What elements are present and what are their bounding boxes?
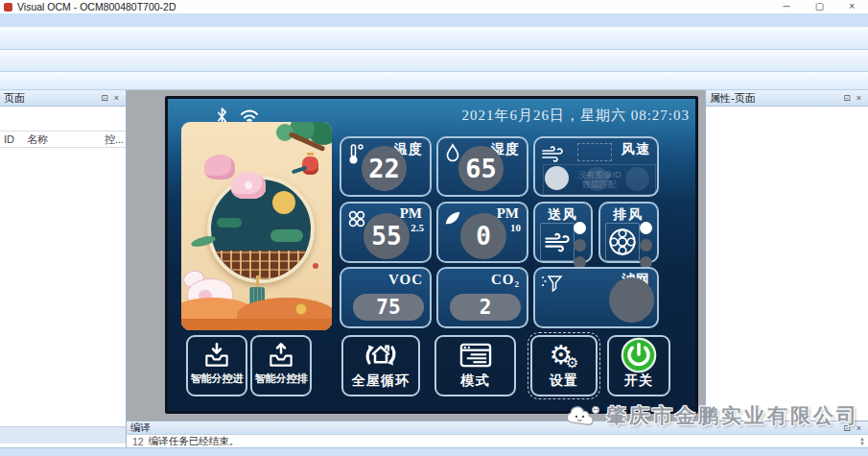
clover-icon xyxy=(346,208,367,229)
pm25-value: 55 xyxy=(371,222,401,251)
filter-icon xyxy=(540,274,563,293)
toolbar-standard xyxy=(0,27,868,50)
column-id: ID xyxy=(0,133,23,145)
button-label: 模式 xyxy=(436,373,514,387)
fan-level-ghost xyxy=(585,167,609,191)
properties-panel: 属性-页面 ⊡ × xyxy=(705,90,868,420)
tile-supply-air[interactable]: 送风 xyxy=(533,202,593,263)
scroll-down-icon[interactable]: ▼ xyxy=(859,442,865,446)
value-pill: 75 xyxy=(353,294,424,321)
button-label: 开关 xyxy=(609,373,669,387)
compile-message: 编译任务已经结束。 xyxy=(149,435,240,448)
design-canvas[interactable]: 2021年6月26日，星期六 08:27:03 xyxy=(127,90,705,420)
fan-icon xyxy=(607,227,638,257)
tile-label: VOC xyxy=(388,272,423,288)
restore-button[interactable]: ▢ xyxy=(815,0,824,13)
button-label: 智能分控排 xyxy=(252,373,310,384)
tile-humidity[interactable]: 湿度 65 xyxy=(436,136,528,197)
tile-filter[interactable]: 滤网 xyxy=(533,267,659,328)
close-button[interactable]: × xyxy=(849,0,855,13)
value-circle: 22 xyxy=(362,146,407,191)
exhaust-level-indicator xyxy=(640,222,652,269)
titlebar: Visual OCM - OCM800480T700-2D ─ ▢ × xyxy=(0,0,868,14)
value-circle: 55 xyxy=(364,213,410,259)
compile-panel: 编译 ⊡ × 12 编译任务已经结束。 ▲ ▼ xyxy=(127,420,868,447)
tile-wind-speed[interactable]: 风速 没有图像ID 数据匹配 xyxy=(533,136,659,197)
value-pill: 2 xyxy=(450,294,521,321)
compile-panel-title: 编译 xyxy=(130,421,151,435)
tray-down-arrow-icon xyxy=(202,341,231,370)
mode-window-icon xyxy=(459,342,492,369)
tray-up-arrow-icon xyxy=(267,341,295,370)
level-dot-on xyxy=(574,222,586,234)
app-logo-icon xyxy=(4,3,12,12)
button-label: 智能分控进 xyxy=(188,373,246,384)
humidity-value: 65 xyxy=(465,154,497,183)
pages-table-header: ID 名称 控... xyxy=(0,132,126,148)
pin-icon[interactable]: ⊡ xyxy=(840,93,854,103)
device-screen[interactable]: 2021年6月26日，星期六 08:27:03 xyxy=(165,96,698,414)
smart-inlet-button[interactable]: 智能分控进 xyxy=(186,335,247,396)
tile-exhaust-air[interactable]: 排风 xyxy=(598,202,659,263)
level-dot-on xyxy=(640,222,652,234)
column-name: 名称 xyxy=(23,132,101,147)
tile-temperature[interactable]: 温度 22 xyxy=(340,136,432,197)
festival-illustration xyxy=(181,122,332,330)
tile-label: 风速 xyxy=(622,141,650,158)
settings-button[interactable]: ⚙ ⚙ 设置 xyxy=(530,335,598,396)
value-circle: 0 xyxy=(460,213,506,259)
supply-level-indicator xyxy=(574,222,586,269)
screen-datetime: 2021年6月26日，星期六 08:27:03 xyxy=(461,107,690,125)
pages-panel-header: 页面 ⊡ × xyxy=(0,90,126,107)
pages-toolbar xyxy=(0,107,126,132)
toolbar-widgets xyxy=(0,50,868,72)
visual-ocm-window: Visual OCM - OCM800480T700-2D ─ ▢ × 页面 ⊡… xyxy=(0,0,868,456)
tile-pm10[interactable]: PM 10 0 xyxy=(436,202,528,263)
menubar xyxy=(0,13,868,27)
column-count: 控... xyxy=(101,132,126,147)
power-button[interactable]: 开关 xyxy=(607,335,670,396)
fan-level-ghost xyxy=(625,167,649,191)
window-title: Visual OCM - OCM800480T700-2D xyxy=(17,1,176,12)
properties-fields xyxy=(706,107,868,112)
mode-button[interactable]: 模式 xyxy=(434,335,516,396)
pm-sublabel: 10 xyxy=(510,222,521,233)
tile-co2[interactable]: CO₂ 2 xyxy=(436,267,528,328)
co2-value: 2 xyxy=(480,296,492,319)
level-dot-off xyxy=(574,239,586,252)
filter-status-circle xyxy=(609,277,654,323)
wind-icon xyxy=(540,143,565,164)
compile-panel-header: 编译 ⊡ × xyxy=(127,421,868,435)
minimize-button[interactable]: ─ xyxy=(784,0,790,13)
temperature-value: 22 xyxy=(368,154,400,183)
compile-message-row[interactable]: 12 编译任务已经结束。 ▲ ▼ xyxy=(127,435,868,448)
tile-pm25[interactable]: PM 2.5 55 xyxy=(340,202,432,263)
compile-line-number: 12 xyxy=(132,436,144,447)
value-circle: 65 xyxy=(458,146,504,191)
variable-image-placeholder xyxy=(577,143,612,161)
power-icon xyxy=(621,337,657,373)
pm10-value: 0 xyxy=(476,222,491,251)
close-icon[interactable]: × xyxy=(854,423,864,433)
scrollbar[interactable]: ▲ ▼ xyxy=(859,437,868,446)
pages-panel: 页面 ⊡ × ID 名称 控... xyxy=(0,90,127,447)
level-dot-off xyxy=(640,239,652,252)
pin-icon[interactable]: ⊡ xyxy=(98,93,111,103)
pages-table: ID 名称 控... xyxy=(0,132,126,148)
tile-label: CO₂ xyxy=(491,272,520,288)
panel-tabs xyxy=(0,426,126,444)
statusbar xyxy=(0,447,868,456)
fan-level-ghost xyxy=(545,166,569,190)
voc-value: 75 xyxy=(376,296,400,319)
pm-sublabel: 2.5 xyxy=(411,222,424,233)
supply-air-icon-box xyxy=(540,223,575,261)
close-icon[interactable]: × xyxy=(111,93,122,103)
smart-exhaust-button[interactable]: 智能分控排 xyxy=(250,335,312,396)
tile-voc[interactable]: VOC 75 xyxy=(340,267,432,328)
whole-house-cycle-button[interactable]: 全屋循环 xyxy=(341,335,420,396)
pin-icon[interactable]: ⊡ xyxy=(840,423,854,433)
properties-panel-title: 属性-页面 xyxy=(710,91,756,106)
properties-panel-header: 属性-页面 ⊡ × xyxy=(706,90,868,107)
close-icon[interactable]: × xyxy=(854,93,864,103)
gear-small-icon: ⚙ xyxy=(566,355,578,370)
